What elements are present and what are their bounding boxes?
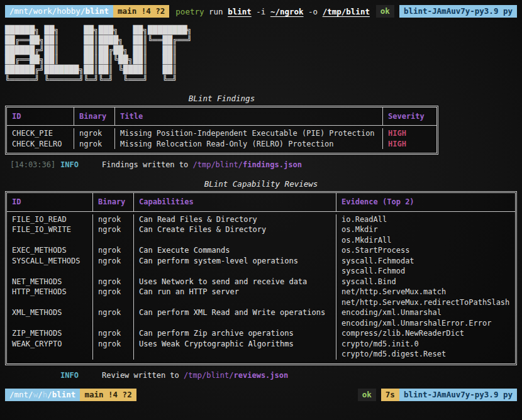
table-row: CHECK_PIEngrokMissing Position-Independe…: [7, 128, 436, 139]
severity-badge: HIGH: [388, 129, 406, 138]
log-output-file: reviews.json: [234, 371, 289, 380]
cell-binary: ngrok: [93, 224, 134, 245]
cell-binary: ngrok: [93, 277, 134, 287]
log-level: INFO: [60, 160, 102, 170]
path-segment: /mnt/: [9, 390, 33, 399]
cell-binary: ngrok: [93, 328, 134, 339]
path-segment: blint: [52, 390, 76, 399]
blint-ascii-logo: ██████╗ ██╗ ██╗███╗ ██╗████████╗ ██╔══██…: [5, 25, 522, 85]
command-token: /tmp/blint: [323, 7, 370, 16]
cell-title: Missing Relocation Read-Only (RELRO) Pro…: [115, 139, 383, 150]
cell-id: HTTP_METHODS: [7, 287, 93, 307]
bottom-prompt-right: ok7sblint-JAmAuv7y-py3.9 py: [358, 389, 517, 401]
cell-id: FILE_IO_WRITE: [7, 224, 93, 245]
command-token: poetry: [175, 7, 204, 16]
table-row: SYSCALL_METHODSngrokCan perform system-l…: [7, 256, 515, 277]
cell-binary: ngrok: [93, 339, 134, 360]
column-header: Binary: [93, 193, 134, 211]
exit-status-badge: ok: [376, 5, 394, 18]
command-text: poetry run blint -i ~/ngrok -o /tmp/blin…: [175, 7, 370, 16]
cell-evidence: crypto/md5.init.0 crypto/md5.digest.Rese…: [336, 339, 515, 360]
cell-title: Missing Position-Independent Executable …: [115, 128, 383, 139]
top-prompt-bar: /mnt/work/hobby/blintmain !4 ?2 poetry r…: [0, 0, 522, 18]
reviews-title: BLint Capability Reviews: [5, 179, 517, 189]
reviews-table: IDBinaryCapabilitiesEvidence (Top 2) FIL…: [5, 191, 517, 365]
cell-id: SYSCALL_METHODS: [7, 256, 93, 277]
cell-binary: ngrok: [93, 307, 134, 328]
venv-chip: blint-JAmAuv7y-py3.9 py: [399, 5, 517, 18]
command-token: blint: [228, 7, 252, 16]
cell-id: CHECK_RELRO: [7, 139, 74, 150]
column-header: Evidence (Top 2): [336, 193, 515, 211]
path-segment: w: [33, 390, 38, 399]
findings-table: IDBinaryTitleSeverity CHECK_PIEngrokMiss…: [5, 106, 438, 155]
command-token: -i: [252, 7, 270, 16]
cell-id: ZIP_METHODS: [7, 328, 93, 339]
venv-chip: blint-JAmAuv7y-py3.9 py: [399, 389, 517, 401]
command-token: run: [204, 7, 228, 16]
table-row: NET_METHODSngrokUses Network to send and…: [7, 277, 515, 287]
top-prompt-right: okblint-JAmAuv7y-py3.9 py: [376, 5, 517, 18]
cell-binary: ngrok: [93, 256, 134, 277]
cell-evidence: os.StartProcess: [336, 245, 515, 256]
command-token: ~/ngrok: [270, 7, 304, 16]
table-row: CHECK_RELROngrokMissing Relocation Read-…: [7, 139, 436, 150]
top-prompt-left: /mnt/work/hobby/blintmain !4 ?2 poetry r…: [5, 5, 370, 18]
terminal-window[interactable]: { "colors":{ "background":"#131313","for…: [0, 0, 522, 420]
cell-id: CHECK_PIE: [7, 128, 74, 139]
table-row: ZIP_METHODSngrokCan perform Zip archive …: [7, 328, 515, 339]
cell-capabilities: Can Create Files & Directory: [134, 224, 336, 245]
column-header: ID: [7, 108, 74, 126]
path-segment: /: [47, 390, 52, 399]
duration-chip: 7s: [381, 389, 399, 401]
cell-id: WEAK_CRYPTO: [7, 339, 93, 360]
cwd-path: /mnt/work/hobby/: [9, 6, 85, 16]
reviews-log-line: INFOReview written to /tmp/blint/reviews…: [5, 370, 517, 381]
table-row: EXEC_METHODSngrokCan Execute Commandsos.…: [7, 245, 515, 256]
command-token: -o: [304, 7, 323, 16]
column-header: ID: [7, 193, 93, 211]
cell-id: NET_METHODS: [7, 277, 93, 287]
column-header: Severity: [383, 108, 436, 126]
cwd-path-basename: blint: [85, 6, 109, 16]
log-level: INFO: [60, 370, 102, 381]
severity-badge: HIGH: [388, 140, 406, 148]
table-row: HTTP_METHODSngrokCan run an HTTP servern…: [7, 287, 515, 307]
bottom-prompt-bar: /mnt/w/h/blintmain !4 ?2 ok7sblint-JAmAu…: [0, 389, 522, 401]
reviews-table-header: IDBinaryCapabilitiesEvidence (Top 2): [7, 193, 515, 212]
column-header: Title: [115, 108, 383, 126]
git-status-chip: main !4 ?2: [80, 389, 136, 401]
log-timestamp: [14:03:36]: [10, 160, 60, 170]
git-status-chip: main !4 ?2: [113, 5, 169, 18]
cell-evidence: compress/zlib.NewReaderDict: [336, 328, 515, 339]
cell-capabilities: Can perform system-level operations: [134, 256, 336, 277]
cell-evidence: io.ReadAll: [336, 214, 515, 225]
column-header: Capabilities: [134, 193, 336, 211]
cell-evidence: syscall.Bind: [336, 277, 515, 287]
reviews-table-body: FILE_IO_READngrokCan Read Files & Direct…: [7, 212, 515, 363]
table-row: WEAK_CRYPTOngrokUses Weak Cryptographic …: [7, 339, 515, 360]
cell-capabilities: Uses Network to send and receive data: [134, 277, 336, 287]
cell-capabilities: Can perform Zip archive operations: [134, 328, 336, 339]
log-message: Findings written to: [102, 160, 193, 169]
table-row: XML_METHODSngrokCan perform XML Read and…: [7, 307, 515, 328]
path-segment: h: [43, 390, 48, 399]
cell-id: EXEC_METHODS: [7, 245, 93, 256]
cwd-chip: /mnt/work/hobby/blint: [5, 5, 113, 18]
cell-capabilities: Uses Weak Cryptographic Algorithms: [134, 339, 336, 360]
findings-table-body: CHECK_PIEngrokMissing Position-Independe…: [7, 126, 436, 153]
path-segment: /: [38, 390, 43, 399]
cell-capabilities: Can run an HTTP server: [134, 287, 336, 307]
cell-binary: ngrok: [93, 287, 134, 307]
exit-status-badge: ok: [358, 389, 376, 401]
log-message: Review written to: [102, 371, 184, 380]
cell-evidence: syscall.Fchmodat syscall.Fchmod: [336, 256, 515, 277]
cell-evidence: net/http.ServeMux.match net/http.ServeMu…: [336, 287, 515, 307]
cell-id: FILE_IO_READ: [7, 214, 93, 225]
cell-capabilities: Can perform XML Read and Write operation…: [134, 307, 336, 328]
log-output-path: /tmp/blint/: [184, 371, 233, 380]
findings-table-header: IDBinaryTitleSeverity: [7, 108, 436, 126]
cell-id: XML_METHODS: [7, 307, 93, 328]
log-output-file: findings.json: [243, 160, 302, 169]
log-output-path: /tmp/blint/: [193, 160, 243, 169]
